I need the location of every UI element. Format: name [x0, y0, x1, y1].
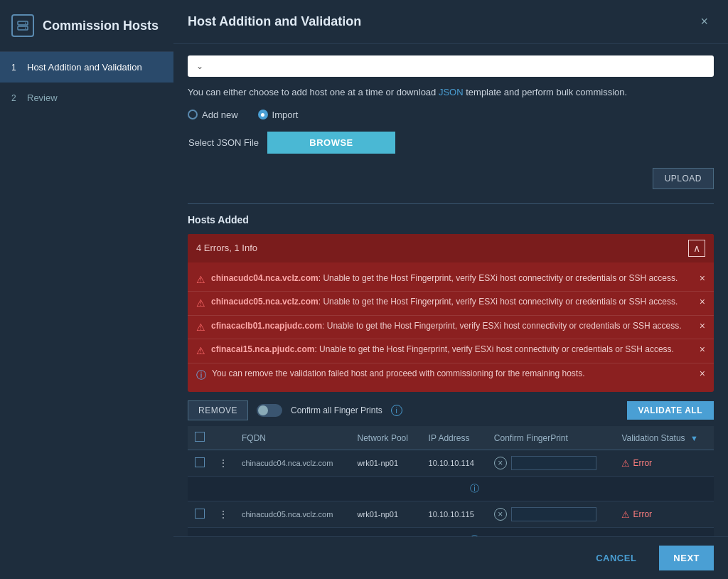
validate-all-button[interactable]: VALIDATE ALL [627, 401, 714, 420]
fp-input-2[interactable] [511, 507, 596, 521]
collapse-button[interactable]: ∧ [688, 240, 705, 257]
radio-add-new-label: Add new [202, 110, 238, 120]
fp-clear-2[interactable]: × [494, 508, 507, 521]
server-icon [11, 14, 34, 37]
table-toolbar: REMOVE Confirm all Finger Prints i VALID… [188, 400, 714, 420]
hosts-added-title: Hosts Added [188, 214, 714, 225]
error-close-2[interactable]: × [700, 296, 705, 307]
sidebar: Commission Hosts 1 Host Addition and Val… [0, 0, 173, 579]
toggle-confirm-fingerprints[interactable] [257, 404, 282, 417]
error-list: ⚠ chinacudc04.nca.vclz.com: Unable to ge… [188, 262, 714, 393]
error-item: ⚠ chinacudc05.nca.vclz.com: Unable to ge… [188, 292, 714, 316]
info-message: You can remove the validation failed hos… [212, 368, 585, 380]
step-2-number: 2 [11, 93, 20, 103]
filter-icon[interactable]: ▼ [690, 434, 698, 442]
row-2-checkbox[interactable] [195, 509, 205, 519]
sidebar-header: Commission Hosts [0, 0, 173, 52]
error-close-4[interactable]: × [700, 344, 705, 355]
row-2-checkbox-cell[interactable] [188, 501, 212, 528]
dialog: Host Addition and Validation × ⌄ You can… [173, 0, 728, 579]
error-status-icon-1: ⚠ [621, 458, 630, 469]
main-content: Host Addition and Validation × ⌄ You can… [173, 0, 728, 579]
row-2-info-cell: ⓘ [235, 528, 714, 536]
row-2-menu[interactable]: ⋮ [212, 501, 235, 528]
file-select-row: Select JSON File BROWSE [188, 132, 714, 154]
select-all-checkbox[interactable] [195, 432, 205, 442]
browse-button[interactable]: BROWSE [267, 132, 395, 154]
status-badge-1: ⚠ Error [621, 458, 707, 469]
toggle-knob [258, 405, 268, 415]
error-close-3[interactable]: × [700, 320, 705, 331]
upload-button[interactable]: UPLOAD [653, 168, 714, 189]
error-icon-4: ⚠ [196, 344, 205, 358]
table-row: ⋮ chinacudc05.nca.vclz.com wrk01-np01 10… [188, 501, 714, 528]
th-ip-address: IP Address [422, 426, 487, 450]
error-close-1[interactable]: × [700, 272, 705, 284]
error-icon-3: ⚠ [196, 321, 205, 335]
step-1-number: 1 [11, 63, 20, 73]
cancel-button[interactable]: CANCEL [582, 546, 651, 570]
info-badge[interactable]: i [391, 405, 402, 416]
dialog-title: Host Addition and Validation [188, 14, 361, 29]
json-link[interactable]: JSON [439, 87, 464, 97]
row-2-ip-address: 10.10.10.115 [422, 501, 487, 528]
row-1-status: ⚠ Error [614, 450, 714, 477]
error-icon: ⚠ [196, 273, 205, 287]
table-header: FQDN Network Pool IP Address Confirm Fin… [188, 426, 714, 450]
error-status-icon-2: ⚠ [621, 509, 630, 520]
dropdown-selector[interactable]: ⌄ [188, 55, 714, 77]
hosts-table: FQDN Network Pool IP Address Confirm Fin… [188, 426, 714, 536]
next-button[interactable]: NEXT [659, 546, 714, 570]
error-host-4: cfinacai15.nca.pjudc.com [211, 344, 314, 354]
radio-import[interactable]: Import [258, 110, 299, 120]
fp-clear-1[interactable]: × [494, 457, 507, 469]
info-close[interactable]: × [700, 368, 705, 379]
fp-cell-2: × [494, 507, 608, 521]
error-item: ⚠ cfinacai15.nca.pjudc.com: Unable to ge… [188, 339, 714, 363]
error-host-1: chinacudc04.nca.vclz.com [211, 273, 318, 283]
close-button[interactable]: × [695, 11, 714, 32]
table-body: ⋮ chinacudc04.nca.vclz.com wrk01-np01 10… [188, 450, 714, 536]
error-item: ⚠ cfinacaclb01.ncapjudc.com: Unable to g… [188, 316, 714, 340]
error-panel: 4 Errors, 1 Info ∧ ⚠ chinacudc04.nca.vcl… [188, 234, 714, 393]
error-host-3: cfinacaclb01.ncapjudc.com [211, 321, 322, 331]
status-badge-2: ⚠ Error [621, 509, 707, 520]
row-2-status: ⚠ Error [614, 501, 714, 528]
description-text: You can either choose to add host one at… [188, 85, 714, 100]
row-2-fingerprint: × [487, 501, 615, 528]
row-1-network-pool: wrk01-np01 [350, 450, 422, 477]
radio-add-new[interactable]: Add new [188, 110, 238, 120]
confirm-fingerprints-label: Confirm all Finger Prints [291, 405, 382, 415]
th-select-all[interactable] [188, 426, 212, 450]
error-count: 4 Errors, 1 Info [196, 243, 257, 253]
svg-point-2 [25, 23, 26, 24]
row-2-network-pool: wrk01-np01 [350, 501, 422, 528]
app-title: Commission Hosts [43, 18, 159, 33]
table-row: ⋮ chinacudc04.nca.vclz.com wrk01-np01 10… [188, 450, 714, 477]
table-row-info-1: ⓘ [188, 477, 714, 501]
error-host-2: chinacudc05.nca.vclz.com [211, 297, 318, 307]
sidebar-item-review[interactable]: 2 Review [0, 83, 173, 113]
file-select-label: Select JSON File [188, 137, 259, 148]
error-icon-2: ⚠ [196, 297, 205, 311]
dialog-footer: CANCEL NEXT [173, 536, 728, 579]
fp-cell-1: × [494, 456, 608, 470]
th-network-pool: Network Pool [350, 426, 422, 450]
radio-import-circle [258, 110, 268, 119]
fp-input-1[interactable] [511, 456, 596, 470]
row-1-menu[interactable]: ⋮ [212, 450, 235, 477]
dialog-body: ⌄ You can either choose to add host one … [173, 44, 728, 536]
svg-point-3 [25, 28, 26, 29]
step-2-label: Review [27, 92, 58, 103]
row-2-fqdn: chinacudc05.nca.vclz.com [235, 501, 350, 528]
row-1-fqdn: chinacudc04.nca.vclz.com [235, 450, 350, 477]
row-1-checkbox[interactable] [195, 457, 205, 467]
radio-add-new-circle [188, 110, 198, 119]
chevron-down-icon: ⌄ [196, 61, 203, 71]
th-fqdn: FQDN [235, 426, 350, 450]
sidebar-item-host-addition[interactable]: 1 Host Addition and Validation [0, 52, 173, 83]
row-1-checkbox-cell[interactable] [188, 450, 212, 477]
remove-button[interactable]: REMOVE [188, 400, 248, 420]
radio-group: Add new Import [188, 110, 714, 120]
th-confirm-fingerprint: Confirm FingerPrint [487, 426, 615, 450]
